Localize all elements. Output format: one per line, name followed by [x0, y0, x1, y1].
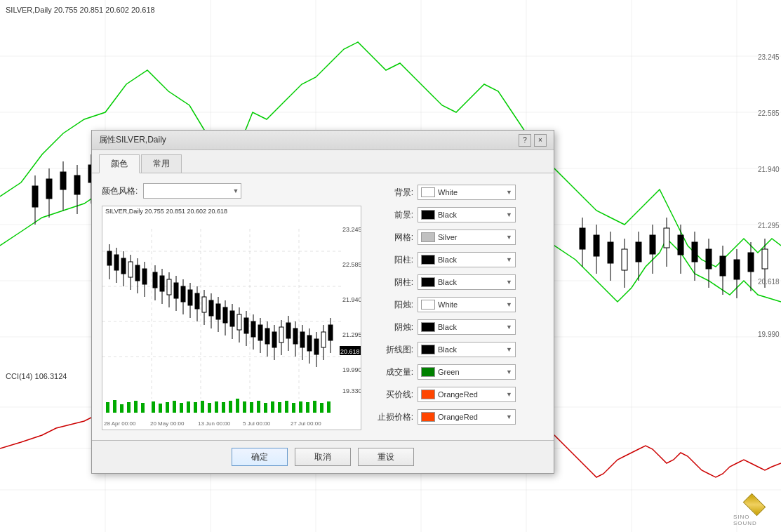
help-button[interactable]: ?	[519, 134, 531, 147]
svg-rect-175	[202, 297, 206, 312]
svg-rect-226	[208, 403, 211, 413]
svg-rect-227	[215, 401, 218, 413]
color-dropdown-buy-price[interactable]: OrangeRed ▼	[418, 387, 516, 402]
style-select-wrapper: ▼	[143, 183, 241, 199]
color-name-bear-candle: Black	[438, 323, 506, 331]
svg-rect-85	[580, 228, 585, 249]
tab-common[interactable]: 常用	[141, 154, 182, 173]
color-row-bull-bar: 阳柱: Black ▼	[375, 251, 544, 269]
svg-rect-228	[222, 402, 225, 413]
svg-rect-241	[313, 401, 316, 413]
color-name-foreground: Black	[438, 211, 506, 219]
svg-rect-149	[107, 251, 112, 265]
color-swatch-bear-candle	[421, 322, 435, 332]
dialog-tabs: 颜色 常用	[92, 150, 554, 173]
color-label-bear-bar: 阴柱:	[375, 277, 413, 288]
svg-rect-201	[293, 328, 298, 344]
svg-rect-89	[608, 242, 613, 263]
svg-rect-171	[188, 290, 192, 305]
color-row-foreground: 前景: Black ▼	[375, 206, 544, 224]
color-arrow-bull-bar: ▼	[506, 256, 515, 263]
color-dropdown-foreground[interactable]: Black ▼	[418, 207, 516, 222]
properties-dialog: 属性SILVER,Daily ? × 颜色 常用 颜色风格: ▼	[91, 130, 554, 474]
svg-rect-181	[223, 307, 227, 323]
svg-rect-220	[166, 402, 169, 413]
svg-rect-183	[230, 311, 234, 326]
svg-rect-232	[250, 402, 253, 413]
color-dropdown-grid[interactable]: Silver ▼	[418, 230, 516, 245]
cci-label: CCI(14) 106.3124	[6, 372, 67, 380]
color-dropdown-bull-bar[interactable]: Black ▼	[418, 252, 516, 267]
color-dropdown-line-chart[interactable]: Black ▼	[418, 342, 516, 357]
tab-color[interactable]: 颜色	[99, 154, 140, 173]
color-label-bull-bar: 阳柱:	[375, 254, 413, 266]
color-arrow-bear-candle: ▼	[506, 324, 515, 331]
color-dropdown-bear-bar[interactable]: Black ▼	[418, 274, 516, 290]
svg-rect-243	[327, 401, 331, 413]
color-dropdown-volume[interactable]: Green ▼	[418, 364, 516, 380]
style-selector-row: 颜色风格: ▼	[102, 183, 361, 199]
confirm-button[interactable]: 确定	[232, 448, 288, 466]
color-arrow-bear-bar: ▼	[506, 279, 515, 286]
svg-text:28 Apr 00:00: 28 Apr 00:00	[104, 420, 136, 427]
color-name-volume: Green	[438, 368, 506, 376]
svg-rect-97	[664, 228, 669, 248]
svg-rect-233	[257, 401, 260, 413]
color-arrow-background: ▼	[506, 189, 515, 196]
color-label-volume: 成交量:	[375, 366, 413, 378]
svg-rect-203	[300, 332, 305, 347]
color-label-stop-loss: 止损价格:	[375, 411, 413, 423]
dialog-left-panel: 颜色风格: ▼ SILVER,Daily 20.755 20.851 20.60…	[102, 183, 361, 430]
dialog-right-panel: 背景: White ▼ 前景: Black ▼ 网格:	[375, 183, 544, 430]
color-name-bull-candle: White	[438, 300, 506, 309]
svg-rect-169	[181, 286, 185, 302]
dialog-title: 属性SILVER,Daily	[99, 134, 166, 146]
color-dropdown-bull-candle[interactable]: White ▼	[418, 297, 516, 312]
svg-rect-159	[142, 269, 147, 284]
svg-rect-177	[209, 300, 213, 316]
svg-text:5 Jul 00:00: 5 Jul 00:00	[243, 420, 271, 427]
color-arrow-line-chart: ▼	[506, 346, 515, 353]
svg-rect-17	[46, 179, 52, 199]
color-label-grid: 网格:	[375, 232, 413, 244]
color-swatch-bull-bar	[421, 255, 435, 265]
svg-text:23.245: 23.245	[758, 53, 780, 61]
reset-button[interactable]: 重设	[358, 448, 414, 466]
svg-text:19.990: 19.990	[758, 331, 780, 338]
cancel-button[interactable]: 取消	[295, 448, 351, 466]
color-arrow-buy-price: ▼	[506, 391, 515, 398]
color-dropdown-bear-candle[interactable]: Black ▼	[418, 319, 516, 335]
svg-rect-223	[187, 401, 190, 413]
svg-text:20.618: 20.618	[758, 278, 780, 286]
preview-chart-title: SILVER,Daily 20.755 20.851 20.602 20.618	[102, 206, 361, 216]
svg-rect-214	[120, 404, 124, 413]
color-swatch-background	[421, 187, 435, 197]
close-button[interactable]: ×	[534, 134, 547, 147]
svg-rect-209	[321, 332, 326, 347]
svg-rect-15	[32, 186, 38, 207]
svg-rect-187	[244, 318, 248, 333]
svg-rect-211	[328, 325, 333, 340]
svg-rect-229	[229, 401, 232, 413]
svg-rect-240	[306, 402, 309, 413]
preview-svg: 23.245 22.585 21.940 21.295 20.618 20.61…	[102, 216, 361, 427]
svg-rect-109	[748, 253, 754, 272]
svg-text:20 May 00:00: 20 May 00:00	[150, 420, 185, 427]
color-label-bull-candle: 阳烛:	[375, 299, 413, 311]
style-select[interactable]	[143, 183, 241, 199]
color-dropdown-background[interactable]: White ▼	[418, 185, 516, 200]
svg-text:19.990: 19.990	[342, 366, 361, 373]
color-arrow-grid: ▼	[506, 234, 515, 241]
color-arrow-bull-candle: ▼	[506, 301, 515, 308]
color-label-buy-price: 买价线:	[375, 389, 413, 401]
svg-rect-91	[622, 249, 627, 270]
color-dropdown-stop-loss[interactable]: OrangeRed ▼	[418, 409, 516, 425]
svg-rect-157	[135, 265, 140, 281]
svg-rect-212	[106, 402, 109, 413]
svg-rect-95	[650, 235, 655, 254]
svg-rect-179	[216, 304, 220, 319]
svg-rect-225	[201, 401, 204, 413]
color-label-bear-candle: 阴烛:	[375, 321, 413, 333]
svg-rect-87	[594, 235, 599, 256]
svg-rect-173	[195, 293, 199, 309]
